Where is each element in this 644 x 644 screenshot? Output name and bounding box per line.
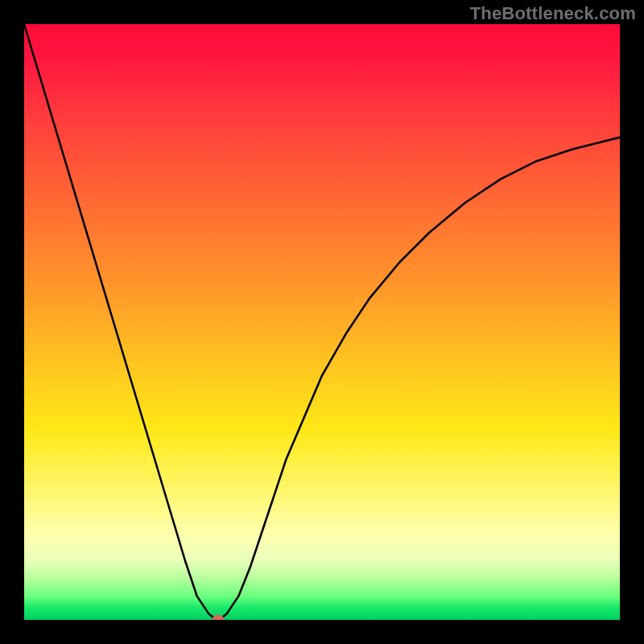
watermark-text: TheBottleneck.com [470, 3, 636, 24]
chart-frame: TheBottleneck.com [0, 0, 644, 644]
optimum-marker-icon [213, 614, 224, 620]
plot-area [24, 24, 620, 620]
curve-svg [24, 24, 620, 620]
bottleneck-curve [24, 24, 620, 619]
